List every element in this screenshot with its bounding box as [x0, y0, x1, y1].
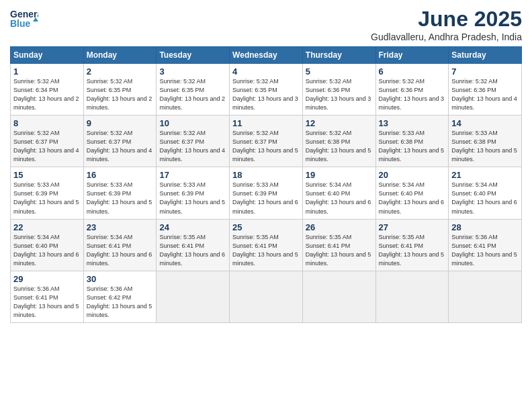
svg-text:Blue: Blue [10, 18, 31, 29]
day-number: 29 [13, 274, 81, 284]
calendar-cell: 13Sunrise: 5:33 AMSunset: 6:38 PMDayligh… [375, 116, 449, 167]
calendar-cell: 9Sunrise: 5:32 AMSunset: 6:37 PMDaylight… [83, 116, 157, 167]
day-number: 19 [306, 170, 373, 180]
calendar-cell: 17Sunrise: 5:33 AMSunset: 6:39 PMDayligh… [157, 167, 230, 219]
day-info: Sunrise: 5:32 AMSunset: 6:35 PMDaylight:… [87, 77, 154, 112]
day-number: 6 [379, 66, 446, 77]
day-info: Sunrise: 5:33 AMSunset: 6:39 PMDaylight:… [159, 181, 226, 216]
calendar-cell: 5Sunrise: 5:32 AMSunset: 6:36 PMDaylight… [302, 64, 375, 116]
calendar-cell: 11Sunrise: 5:32 AMSunset: 6:37 PMDayligh… [230, 116, 303, 167]
calendar-week-3: 15Sunrise: 5:33 AMSunset: 6:39 PMDayligh… [11, 167, 522, 219]
day-info: Sunrise: 5:33 AMSunset: 6:39 PMDaylight:… [87, 181, 154, 216]
calendar-cell: 29Sunrise: 5:36 AMSunset: 6:41 PMDayligh… [11, 271, 84, 322]
day-info: Sunrise: 5:35 AMSunset: 6:41 PMDaylight:… [159, 233, 226, 268]
calendar-cell: 4Sunrise: 5:32 AMSunset: 6:35 PMDaylight… [230, 64, 303, 116]
calendar-cell: 24Sunrise: 5:35 AMSunset: 6:41 PMDayligh… [157, 219, 230, 271]
day-info: Sunrise: 5:32 AMSunset: 6:37 PMDaylight:… [87, 129, 154, 164]
weekday-header-wednesday: Wednesday [230, 47, 303, 64]
day-info: Sunrise: 5:34 AMSunset: 6:40 PMDaylight:… [451, 181, 519, 216]
day-number: 12 [306, 118, 373, 128]
day-number: 17 [159, 170, 226, 180]
calendar-cell: 8Sunrise: 5:32 AMSunset: 6:37 PMDaylight… [11, 116, 84, 167]
calendar-cell: 7Sunrise: 5:32 AMSunset: 6:36 PMDaylight… [449, 64, 522, 116]
calendar-cell [449, 271, 522, 322]
calendar-week-1: 1Sunrise: 5:32 AMSunset: 6:34 PMDaylight… [11, 64, 522, 116]
day-number: 7 [451, 66, 519, 77]
calendar-cell: 14Sunrise: 5:33 AMSunset: 6:38 PMDayligh… [449, 116, 522, 167]
day-number: 30 [87, 274, 154, 284]
day-info: Sunrise: 5:34 AMSunset: 6:41 PMDaylight:… [87, 233, 154, 268]
day-number: 22 [13, 222, 81, 232]
calendar-cell: 6Sunrise: 5:32 AMSunset: 6:36 PMDaylight… [375, 64, 449, 116]
day-number: 10 [159, 118, 226, 128]
day-number: 4 [232, 66, 300, 77]
weekday-header-saturday: Saturday [449, 47, 522, 64]
day-number: 11 [232, 118, 300, 128]
day-number: 25 [232, 222, 300, 232]
day-info: Sunrise: 5:32 AMSunset: 6:37 PMDaylight:… [232, 129, 300, 164]
day-info: Sunrise: 5:32 AMSunset: 6:35 PMDaylight:… [159, 77, 226, 112]
calendar-week-4: 22Sunrise: 5:34 AMSunset: 6:40 PMDayligh… [11, 219, 522, 271]
day-number: 9 [87, 118, 154, 128]
day-number: 1 [13, 66, 81, 77]
calendar-page: General Blue June 2025 Gudlavalleru, And… [0, 0, 532, 411]
calendar-cell: 21Sunrise: 5:34 AMSunset: 6:40 PMDayligh… [449, 167, 522, 219]
calendar-cell: 30Sunrise: 5:36 AMSunset: 6:42 PMDayligh… [83, 271, 157, 322]
weekday-header-thursday: Thursday [302, 47, 375, 64]
calendar-cell: 19Sunrise: 5:34 AMSunset: 6:40 PMDayligh… [302, 167, 375, 219]
day-number: 3 [159, 66, 226, 77]
day-info: Sunrise: 5:32 AMSunset: 6:36 PMDaylight:… [451, 77, 519, 112]
calendar-cell: 16Sunrise: 5:33 AMSunset: 6:39 PMDayligh… [83, 167, 157, 219]
day-number: 27 [379, 222, 446, 232]
day-info: Sunrise: 5:33 AMSunset: 6:39 PMDaylight:… [232, 181, 300, 216]
calendar-cell: 18Sunrise: 5:33 AMSunset: 6:39 PMDayligh… [230, 167, 303, 219]
day-info: Sunrise: 5:35 AMSunset: 6:41 PMDaylight:… [379, 233, 446, 268]
day-info: Sunrise: 5:36 AMSunset: 6:41 PMDaylight:… [13, 285, 81, 320]
calendar-cell: 22Sunrise: 5:34 AMSunset: 6:40 PMDayligh… [11, 219, 84, 271]
day-number: 24 [159, 222, 226, 232]
calendar-cell: 3Sunrise: 5:32 AMSunset: 6:35 PMDaylight… [157, 64, 230, 116]
calendar-cell [375, 271, 449, 322]
logo-icon: General Blue [10, 7, 38, 32]
day-number: 5 [306, 66, 373, 77]
calendar-cell: 2Sunrise: 5:32 AMSunset: 6:35 PMDaylight… [83, 64, 157, 116]
day-info: Sunrise: 5:32 AMSunset: 6:36 PMDaylight:… [306, 77, 373, 112]
weekday-header-monday: Monday [83, 47, 157, 64]
day-info: Sunrise: 5:34 AMSunset: 6:40 PMDaylight:… [13, 233, 81, 268]
day-number: 28 [451, 222, 519, 232]
day-info: Sunrise: 5:32 AMSunset: 6:37 PMDaylight:… [159, 129, 226, 164]
calendar-cell: 27Sunrise: 5:35 AMSunset: 6:41 PMDayligh… [375, 219, 449, 271]
day-info: Sunrise: 5:32 AMSunset: 6:38 PMDaylight:… [306, 129, 373, 164]
calendar-cell: 10Sunrise: 5:32 AMSunset: 6:37 PMDayligh… [157, 116, 230, 167]
calendar-cell: 20Sunrise: 5:34 AMSunset: 6:40 PMDayligh… [375, 167, 449, 219]
day-info: Sunrise: 5:32 AMSunset: 6:37 PMDaylight:… [13, 129, 81, 164]
day-number: 20 [379, 170, 446, 180]
day-number: 21 [451, 170, 519, 180]
calendar-cell: 28Sunrise: 5:36 AMSunset: 6:41 PMDayligh… [449, 219, 522, 271]
logo: General Blue [10, 7, 38, 32]
day-number: 2 [87, 66, 154, 77]
calendar-cell: 15Sunrise: 5:33 AMSunset: 6:39 PMDayligh… [11, 167, 84, 219]
calendar-cell [302, 271, 375, 322]
calendar-cell: 1Sunrise: 5:32 AMSunset: 6:34 PMDaylight… [11, 64, 84, 116]
day-info: Sunrise: 5:35 AMSunset: 6:41 PMDaylight:… [306, 233, 373, 268]
day-number: 13 [379, 118, 446, 128]
day-info: Sunrise: 5:35 AMSunset: 6:41 PMDaylight:… [232, 233, 300, 268]
day-number: 26 [306, 222, 373, 232]
day-info: Sunrise: 5:33 AMSunset: 6:38 PMDaylight:… [379, 129, 446, 164]
header: General Blue June 2025 Gudlavalleru, And… [10, 7, 522, 42]
calendar-cell: 12Sunrise: 5:32 AMSunset: 6:38 PMDayligh… [302, 116, 375, 167]
calendar-week-5: 29Sunrise: 5:36 AMSunset: 6:41 PMDayligh… [11, 271, 522, 322]
day-number: 14 [451, 118, 519, 128]
day-info: Sunrise: 5:36 AMSunset: 6:42 PMDaylight:… [87, 285, 154, 320]
day-number: 16 [87, 170, 154, 180]
day-info: Sunrise: 5:32 AMSunset: 6:34 PMDaylight:… [13, 77, 81, 112]
weekday-header-tuesday: Tuesday [157, 47, 230, 64]
title-block: June 2025 Gudlavalleru, Andhra Pradesh, … [371, 7, 522, 42]
main-title: June 2025 [371, 7, 522, 32]
day-info: Sunrise: 5:36 AMSunset: 6:41 PMDaylight:… [451, 233, 519, 268]
weekday-header-friday: Friday [375, 47, 449, 64]
day-info: Sunrise: 5:32 AMSunset: 6:36 PMDaylight:… [379, 77, 446, 112]
day-number: 15 [13, 170, 81, 180]
day-number: 23 [87, 222, 154, 232]
